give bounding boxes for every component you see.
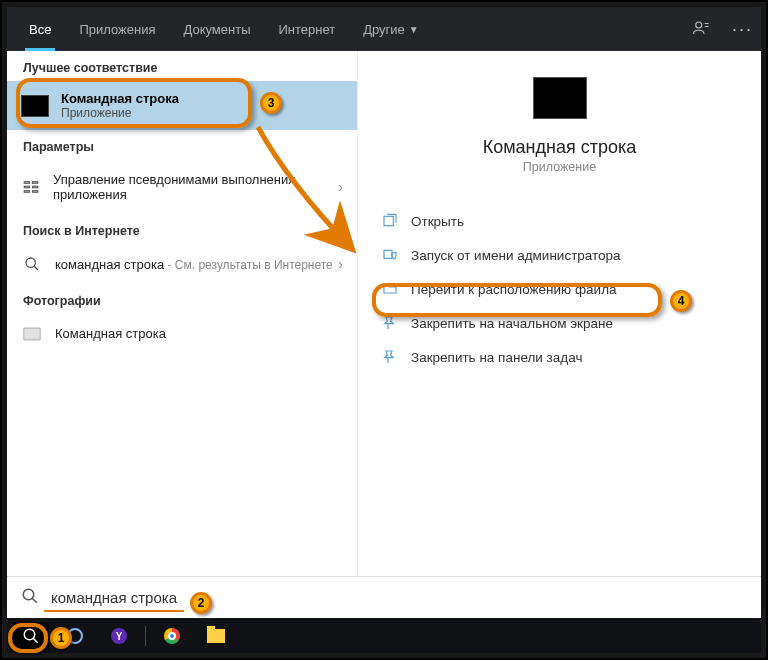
preview-title: Командная строка xyxy=(483,137,637,158)
taskbar-app-cortana[interactable] xyxy=(57,622,93,650)
best-match-subtitle: Приложение xyxy=(61,106,179,120)
more-options-icon[interactable]: ··· xyxy=(732,19,753,40)
svg-rect-1 xyxy=(24,182,29,184)
tab-documents[interactable]: Документы xyxy=(169,7,264,51)
web-search-item[interactable]: командная строка - См. результаты в Инте… xyxy=(7,244,357,284)
settings-list-icon xyxy=(21,178,41,196)
cmd-large-thumbnail-icon xyxy=(533,77,587,119)
preview-pane: Командная строка Приложение Открыть Запу… xyxy=(357,51,761,576)
action-file-location[interactable]: Перейти к расположению файла xyxy=(368,272,751,306)
web-item-subtitle: - См. результаты в Интернете xyxy=(164,258,333,272)
tab-more[interactable]: Другие ▼ xyxy=(349,7,433,51)
section-web: Поиск в Интернете xyxy=(7,214,357,244)
svg-point-7 xyxy=(26,258,35,267)
svg-rect-4 xyxy=(32,182,37,184)
pin-start-icon xyxy=(382,315,400,331)
action-pin-taskbar[interactable]: Закрепить на панели задач xyxy=(368,340,751,374)
action-run-as-admin[interactable]: Запуск от имени администратора xyxy=(368,238,751,272)
taskbar-app-explorer[interactable] xyxy=(198,622,234,650)
svg-line-8 xyxy=(34,266,38,270)
svg-point-0 xyxy=(696,22,702,28)
search-icon xyxy=(21,256,43,272)
action-pin-start[interactable]: Закрепить на начальном экране xyxy=(368,306,751,340)
action-file-location-label: Перейти к расположению файла xyxy=(411,282,617,297)
tab-apps[interactable]: Приложения xyxy=(65,7,169,51)
image-icon xyxy=(21,327,43,341)
tab-all[interactable]: Все xyxy=(15,7,65,51)
chevron-right-icon: › xyxy=(338,179,343,195)
pin-taskbar-icon xyxy=(382,349,400,365)
cmd-thumbnail-icon xyxy=(21,95,49,117)
photos-item-label: Командная строка xyxy=(55,326,166,341)
search-bar xyxy=(7,576,761,618)
chevron-down-icon: ▼ xyxy=(409,24,419,35)
svg-rect-10 xyxy=(384,216,393,225)
open-icon xyxy=(382,213,400,229)
section-photos: Фотографии xyxy=(7,284,357,314)
svg-rect-5 xyxy=(32,186,37,188)
feedback-icon[interactable] xyxy=(692,19,710,40)
shield-admin-icon xyxy=(382,247,400,263)
action-run-as-admin-label: Запуск от имени администратора xyxy=(411,248,621,263)
web-item-title: командная строка xyxy=(55,257,164,272)
svg-point-16 xyxy=(24,629,35,640)
section-best-match: Лучшее соответствие xyxy=(7,51,357,81)
best-match-title: Командная строка xyxy=(61,91,179,106)
search-icon xyxy=(21,587,39,609)
photos-item[interactable]: Командная строка xyxy=(7,314,357,353)
folder-location-icon xyxy=(382,281,400,297)
svg-line-15 xyxy=(32,598,37,603)
svg-rect-6 xyxy=(32,191,37,193)
svg-rect-11 xyxy=(384,250,392,258)
svg-line-17 xyxy=(33,638,38,643)
best-match-item[interactable]: Командная строка Приложение xyxy=(7,81,357,130)
section-settings: Параметры xyxy=(7,130,357,160)
search-tabs-bar: Все Приложения Документы Интернет Другие… xyxy=(7,7,761,51)
chevron-right-icon: › xyxy=(338,256,343,272)
action-pin-start-label: Закрепить на начальном экране xyxy=(411,316,613,331)
settings-item-alias[interactable]: Управление псевдонимами выполнения прило… xyxy=(7,160,357,214)
svg-rect-9 xyxy=(24,328,41,340)
svg-rect-2 xyxy=(24,186,29,188)
search-input[interactable] xyxy=(51,589,747,606)
settings-item-label: Управление псевдонимами выполнения прило… xyxy=(53,172,343,202)
svg-point-14 xyxy=(23,589,34,600)
results-pane: Лучшее соответствие Командная строка При… xyxy=(7,51,357,576)
taskbar-app-yandex[interactable]: Y xyxy=(101,622,137,650)
action-pin-taskbar-label: Закрепить на панели задач xyxy=(411,350,582,365)
taskbar: Y xyxy=(7,619,761,653)
tab-internet[interactable]: Интернет xyxy=(264,7,349,51)
svg-rect-3 xyxy=(24,191,29,193)
taskbar-search-button[interactable] xyxy=(13,622,49,650)
tab-more-label: Другие xyxy=(363,22,405,37)
action-open[interactable]: Открыть xyxy=(368,204,751,238)
preview-subtitle: Приложение xyxy=(523,160,596,174)
action-open-label: Открыть xyxy=(411,214,464,229)
taskbar-app-chrome[interactable] xyxy=(154,622,190,650)
